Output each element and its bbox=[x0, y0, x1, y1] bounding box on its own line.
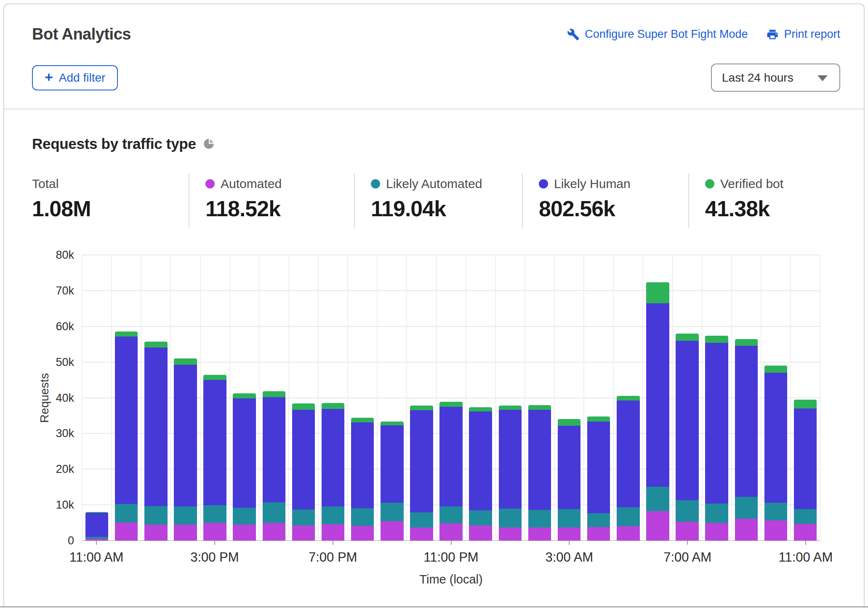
bar-segment-verified_bot bbox=[646, 282, 669, 304]
bar-segment-automated bbox=[528, 528, 551, 541]
bar-segment-likely_human bbox=[735, 346, 758, 497]
bar-18-500am[interactable] bbox=[617, 396, 640, 541]
requests-chart: Requests 80k70k60k50k40k30k20k10k011:00 … bbox=[82, 255, 820, 586]
x-tick-label-1100am: 11:00 AM bbox=[69, 550, 124, 565]
x-tick-mark-3 bbox=[451, 541, 452, 545]
bar-segment-verified_bot bbox=[617, 396, 640, 400]
bar-segment-automated bbox=[174, 525, 197, 541]
bar-14-100am[interactable] bbox=[499, 406, 522, 541]
bar-segment-likely_automated bbox=[676, 500, 699, 522]
bar-segment-automated bbox=[676, 522, 699, 541]
bar-1-1200pm[interactable] bbox=[115, 332, 138, 541]
x-tick-label-1100pm: 11:00 PM bbox=[423, 550, 478, 565]
bar-segment-likely_human bbox=[322, 409, 345, 507]
bar-slot-17 bbox=[583, 255, 613, 541]
bar-8-700pm[interactable] bbox=[322, 403, 345, 541]
bar-segment-automated bbox=[439, 523, 463, 541]
bar-segment-verified_bot bbox=[115, 332, 138, 337]
bar-segment-likely_human bbox=[203, 380, 226, 505]
bar-segment-automated bbox=[322, 524, 345, 541]
bar-segment-likely_automated bbox=[410, 512, 433, 528]
configure-link-label: Configure Super Bot Fight Mode bbox=[585, 28, 748, 41]
bar-slot-0 bbox=[82, 255, 111, 541]
bar-segment-verified_bot bbox=[292, 403, 315, 409]
y-tick-70k: 70k bbox=[56, 284, 74, 297]
likely-automated-legend-dot bbox=[371, 179, 380, 188]
bar-segment-likely_human bbox=[646, 303, 669, 486]
bar-0-1100am[interactable] bbox=[85, 512, 109, 541]
bar-19-600am[interactable] bbox=[646, 282, 669, 541]
bar-22-900am[interactable] bbox=[735, 339, 758, 541]
bar-segment-likely_human bbox=[705, 343, 728, 504]
bar-segment-likely_automated bbox=[735, 497, 758, 519]
stat-total-value: 1.08M bbox=[32, 196, 189, 221]
bar-24-1100am[interactable] bbox=[794, 400, 817, 541]
bar-segment-likely_human bbox=[587, 422, 610, 513]
stat-likely-human-value: 802.56k bbox=[539, 196, 688, 221]
bar-slot-9 bbox=[347, 255, 377, 541]
bar-13-1200am[interactable] bbox=[469, 407, 492, 541]
add-filter-button[interactable]: + Add filter bbox=[32, 65, 118, 90]
y-tick-10k: 10k bbox=[56, 499, 74, 512]
section-title: Requests by traffic type bbox=[32, 135, 196, 152]
bar-segment-likely_human bbox=[499, 410, 522, 509]
bar-10-900pm[interactable] bbox=[381, 422, 404, 541]
bar-slot-1 bbox=[111, 255, 141, 541]
bar-2-100pm[interactable] bbox=[144, 342, 168, 541]
bar-segment-verified_bot bbox=[410, 406, 433, 410]
x-axis-title: Time (local) bbox=[82, 573, 820, 586]
bar-segment-likely_automated bbox=[705, 504, 728, 523]
time-range-select[interactable]: Last 24 hours bbox=[711, 64, 840, 92]
bar-6-500pm[interactable] bbox=[263, 391, 286, 541]
print-report-link[interactable]: Print report bbox=[766, 28, 840, 41]
bar-segment-verified_bot bbox=[587, 416, 610, 422]
bar-5-400pm[interactable] bbox=[233, 393, 256, 541]
bar-segment-likely_human bbox=[115, 337, 138, 504]
bar-segment-likely_automated bbox=[263, 502, 286, 523]
bar-segment-likely_automated bbox=[351, 508, 374, 526]
bar-3-200pm[interactable] bbox=[174, 358, 197, 541]
bar-segment-automated bbox=[705, 523, 728, 541]
bar-segment-automated bbox=[469, 525, 492, 541]
printer-icon bbox=[766, 28, 779, 41]
card-header: Bot Analytics Configure Super Bot Fight … bbox=[4, 4, 864, 109]
bar-17-400am[interactable] bbox=[587, 416, 610, 541]
stat-automated-value: 118.52k bbox=[205, 196, 354, 221]
bar-segment-likely_automated bbox=[203, 505, 226, 523]
bar-9-800pm[interactable] bbox=[351, 418, 374, 541]
bar-segment-automated bbox=[410, 528, 433, 541]
stat-likely-automated: Likely Automated 119.04k bbox=[354, 173, 522, 228]
bar-11-1000pm[interactable] bbox=[410, 406, 433, 541]
bar-slot-6 bbox=[259, 255, 288, 541]
bar-23-1000am[interactable] bbox=[764, 366, 788, 541]
bot-analytics-card: Bot Analytics Configure Super Bot Fight … bbox=[3, 3, 865, 606]
bar-12-1100pm[interactable] bbox=[439, 402, 463, 541]
bar-segment-automated bbox=[381, 521, 404, 541]
bar-7-600pm[interactable] bbox=[292, 403, 315, 541]
configure-super-bot-fight-mode-link[interactable]: Configure Super Bot Fight Mode bbox=[567, 28, 748, 41]
bar-segment-verified_bot bbox=[203, 375, 226, 380]
bar-slot-11 bbox=[406, 255, 436, 541]
bar-20-700am[interactable] bbox=[676, 334, 699, 541]
bar-16-300am[interactable] bbox=[558, 419, 581, 541]
bar-segment-likely_human bbox=[676, 341, 699, 500]
bar-segment-automated bbox=[292, 525, 315, 541]
x-tick-label-300am: 3:00 AM bbox=[545, 550, 593, 565]
bar-segment-automated bbox=[203, 523, 226, 541]
bar-slot-7 bbox=[288, 255, 318, 541]
bar-15-200am[interactable] bbox=[528, 405, 551, 541]
x-tick-label-1100am: 11:00 AM bbox=[779, 550, 833, 565]
x-tick-mark-6 bbox=[805, 541, 806, 545]
bar-segment-automated bbox=[558, 528, 581, 541]
bar-segment-likely_human bbox=[469, 411, 492, 510]
bar-segment-likely_human bbox=[617, 400, 640, 507]
y-tick-40k: 40k bbox=[56, 391, 74, 404]
bar-21-800am[interactable] bbox=[705, 336, 728, 541]
bar-slot-24 bbox=[790, 255, 820, 541]
bar-4-300pm[interactable] bbox=[203, 375, 226, 541]
bar-segment-automated bbox=[794, 524, 817, 541]
automated-legend-dot bbox=[205, 179, 215, 188]
plus-icon: + bbox=[45, 70, 53, 84]
y-tick-0: 0 bbox=[68, 534, 74, 547]
wrench-icon bbox=[567, 28, 580, 41]
